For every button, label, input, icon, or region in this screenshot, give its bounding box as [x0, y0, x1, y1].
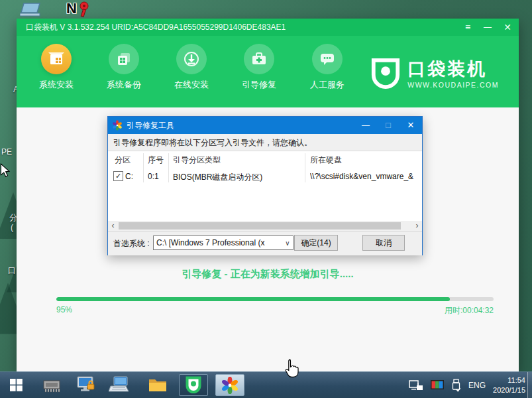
start-button[interactable]	[0, 372, 32, 398]
desktop-laptop-icon[interactable]	[20, 2, 42, 21]
checkbox-checked-icon[interactable]: ✓	[113, 171, 123, 181]
clock-date: 2020/1/15	[493, 385, 525, 395]
nav-label: 引导修复	[231, 79, 287, 91]
preferred-system-label: 首选系统 :	[113, 238, 150, 249]
chat-bubble-icon	[312, 44, 343, 74]
dialog-titlebar[interactable]: 引导修复工具 — □ ✕	[108, 117, 422, 134]
install-box-icon	[41, 44, 72, 74]
pinwheel-icon	[112, 120, 123, 131]
chevron-down-icon: ∨	[282, 239, 293, 247]
progress-fill	[56, 297, 450, 301]
network-icon[interactable]	[409, 380, 423, 391]
download-icon	[176, 44, 207, 74]
brand-logo: 口袋装机 WWW.KOUDAIPE.COM	[370, 57, 499, 92]
clock-time: 11:54	[493, 375, 525, 385]
scrollbar-thumb[interactable]	[119, 222, 401, 230]
desktop-item-label[interactable]: PE	[1, 147, 12, 157]
shield-icon	[186, 376, 201, 395]
progress-labels: 95% 用时:00:04:32	[56, 305, 494, 316]
nav-label: 系统备份	[96, 79, 152, 91]
dialog-message: 引导修复程序即将在以下分区写入引导文件，请您确认。	[108, 134, 422, 151]
scroll-left-icon[interactable]: ‹	[108, 221, 118, 231]
nav-item-online-install[interactable]: 在线安装	[164, 44, 219, 91]
main-nav-header: 系统安装 系统备份	[17, 36, 519, 107]
nav-label: 在线安装	[164, 79, 219, 91]
nav-label: 系统安装	[28, 79, 84, 91]
boot-repair-dialog: 引导修复工具 — □ ✕ 引导修复程序即将在以下分区写入引导文件，请您确认。 分…	[107, 116, 423, 255]
col-header-type[interactable]: 引导分区类型	[173, 155, 221, 166]
partition-table: 分区 序号 引导分区类型 所在硬盘 ✓ C: 0:1 BIOS(MBR磁盘启动分…	[108, 152, 422, 221]
cell-disk: \\?\scsi#disk&ven_vmware_&	[310, 172, 420, 181]
taskbar-chip-icon[interactable]	[37, 372, 66, 398]
minimize-icon[interactable]: —	[478, 19, 498, 36]
taskbar-folder-icon[interactable]	[143, 372, 172, 398]
nav-item-live-support[interactable]: 人工服务	[299, 44, 355, 91]
horizontal-scrollbar[interactable]: ‹ ›	[108, 221, 422, 231]
taskbar-keyboard-icon[interactable]	[105, 372, 134, 398]
cell-index: 0:1	[148, 172, 159, 181]
desktop: N A PE 分 ( 口 口袋装机 V 3.1.532.254 URID:A5C…	[0, 0, 532, 398]
elapsed-time: 用时:00:04:32	[445, 305, 494, 316]
ok-button[interactable]: 确定(14)	[294, 235, 338, 251]
clock[interactable]: 11:54 2020/1/15	[493, 375, 525, 395]
col-header-disk[interactable]: 所在硬盘	[310, 155, 342, 166]
taskbar: ENG 11:54 2020/1/15	[0, 371, 532, 398]
arrow-cursor	[0, 163, 11, 178]
display-color-icon[interactable]	[431, 380, 444, 391]
progress-percent: 95%	[56, 305, 72, 316]
dialog-title: 引导修复工具	[127, 120, 174, 131]
windows-logo-icon	[10, 379, 23, 391]
cancel-button[interactable]: 取消	[362, 235, 405, 251]
language-indicator[interactable]: ENG	[468, 381, 486, 390]
scroll-right-icon[interactable]: ›	[412, 221, 422, 231]
desktop-nkey-icon[interactable]: N	[66, 0, 90, 19]
cell-partition: C:	[125, 172, 133, 181]
progress-bar	[56, 297, 494, 301]
dialog-maximize-icon[interactable]: □	[377, 117, 399, 134]
repair-toolbox-icon	[244, 44, 274, 74]
column-divider	[305, 153, 305, 182]
taskbar-bootrepair-app-button[interactable]	[215, 374, 244, 396]
close-icon[interactable]: ✕	[498, 19, 517, 36]
cell-type: BIOS(MBR磁盘启动分区)	[173, 172, 262, 183]
col-header-index[interactable]: 序号	[148, 155, 164, 166]
red-key-glyph	[76, 1, 90, 19]
dialog-close-icon[interactable]: ✕	[399, 117, 422, 134]
shield-icon	[370, 57, 401, 92]
desktop-item-label[interactable]: 口	[8, 265, 16, 277]
menu-icon[interactable]: ≡	[458, 19, 478, 36]
dialog-footer: 首选系统 : C:\ [Windows 7 Professional (x ∨ …	[108, 231, 422, 255]
show-desktop-button[interactable]	[527, 372, 532, 398]
usb-eject-icon[interactable]	[451, 379, 461, 392]
nav-item-system-backup[interactable]: 系统备份	[96, 44, 152, 91]
taskbar-koudai-app-button[interactable]	[179, 374, 208, 396]
desktop-item-label[interactable]: (	[11, 223, 13, 232]
main-window-title: 口袋装机 V 3.1.532.254 URID:A5C84DD9A1655055…	[26, 19, 286, 36]
column-divider	[143, 153, 144, 182]
preferred-system-select[interactable]: C:\ [Windows 7 Professional (x ∨	[153, 235, 293, 250]
system-tray: ENG 11:54 2020/1/15	[409, 372, 525, 398]
nav-label: 人工服务	[299, 79, 355, 91]
nav-item-boot-repair[interactable]: 引导修复	[231, 44, 287, 91]
status-text: 引导修复 - 正在为新装系统增加引导.....	[17, 268, 519, 281]
brand-name: 口袋装机	[407, 60, 499, 78]
pinwheel-icon	[221, 377, 239, 394]
backup-icon	[109, 44, 139, 74]
taskbar-remote-lock-icon[interactable]	[72, 372, 101, 398]
brand-url: WWW.KOUDAIPE.COM	[407, 81, 499, 89]
col-header-partition[interactable]: 分区	[115, 155, 131, 166]
nav-item-system-install[interactable]: 系统安装	[28, 44, 84, 91]
dialog-minimize-icon[interactable]: —	[354, 117, 377, 134]
column-divider	[168, 153, 169, 182]
main-titlebar[interactable]: 口袋装机 V 3.1.532.254 URID:A5C84DD9A1655055…	[17, 19, 519, 36]
preferred-system-value: C:\ [Windows 7 Professional (x	[154, 238, 282, 247]
